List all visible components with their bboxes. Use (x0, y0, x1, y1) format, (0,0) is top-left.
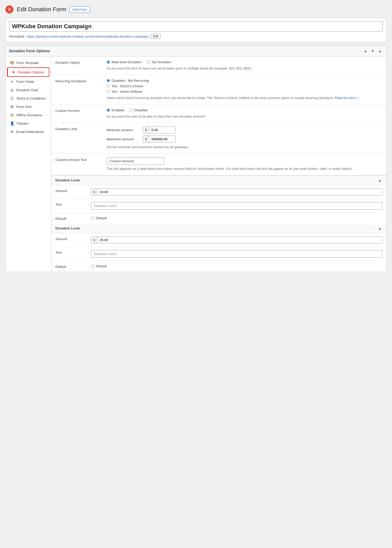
level-2-default-radio[interactable] (91, 264, 94, 268)
sidebar-item-form-grid[interactable]: ⊞ Form Grid (5, 102, 51, 111)
sidebar-item-donation-options[interactable]: ♥ Donation Options (7, 67, 49, 77)
donation-option-description: Do you want this form to have one set do… (107, 66, 382, 71)
sidebar-item-form-template[interactable]: 🎨 Form Template (5, 59, 51, 67)
level-1-currency: $ (91, 189, 97, 195)
donation-form-options-panel: Donation Form Options ▲ ▼ ▲ 🎨 Form Templ… (5, 45, 387, 272)
level-1-text-label: Text (55, 202, 87, 206)
donation-limit-description: Set the minimum and maximum amount for a… (107, 145, 382, 150)
recurring-donor-choice-radio[interactable] (107, 84, 110, 88)
main-content: Donation Option Multi-level Donation Set… (51, 56, 387, 272)
recurring-donor-choice-option[interactable]: Yes - Donor's Choice (107, 84, 382, 88)
sidebar-item-label: Offline Donations (16, 113, 42, 117)
options-header: Donation Form Options ▲ ▼ ▲ (5, 46, 387, 56)
level-2-default-radio-option[interactable]: Default (91, 264, 382, 268)
recurring-admin-defined-option[interactable]: Yes - Admin Defined (107, 90, 382, 94)
sidebar-item-tributes[interactable]: 👤 Tributes (5, 119, 51, 128)
donation-option-label: Donation Option (55, 60, 102, 71)
level-2-amount-row: Amount $ (51, 233, 387, 247)
max-currency-symbol: $ (143, 136, 149, 142)
level-1-collapse-button[interactable]: ▲ (377, 178, 382, 182)
level-2-text-content (91, 250, 382, 258)
level-1-amount-input[interactable] (97, 189, 124, 195)
donation-limit-row: Donation Limit Minimum amount $ Maximum … (51, 123, 387, 154)
custom-amount-text-label: Custom Amount Text (55, 157, 102, 171)
donation-level-1: Donation Level ▲ Amount $ (51, 176, 387, 224)
level-1-default-radio[interactable] (91, 216, 94, 220)
sidebar-item-label: Terms & Conditions (16, 96, 46, 100)
level-2-amount-wrap: $ (91, 236, 382, 244)
level-1-text-content (91, 202, 382, 210)
custom-amount-enabled-label: Enabled (112, 108, 124, 112)
recurring-disabled-option[interactable]: Disabled - Not Recurring (107, 79, 382, 83)
custom-amount-text-content: This text appears as a label below the c… (107, 157, 382, 171)
sidebar-item-terms-conditions[interactable]: ☑ Terms & Conditions (5, 94, 51, 102)
sidebar-item-offline-donations[interactable]: ⊟ Offline Donations (5, 111, 51, 119)
donation-level-section: Donation Level ▲ Amount $ (51, 175, 387, 272)
multi-level-label: Multi-level Donation (112, 60, 141, 64)
multi-level-option[interactable]: Multi-level Donation (107, 60, 141, 64)
level-2-collapse-button[interactable]: ▲ (377, 226, 382, 230)
donation-option-content: Multi-level Donation Set Donation Do you… (107, 60, 382, 71)
permalink-link[interactable]: https://givewp-review-wpkube.instawp.xyz… (27, 34, 149, 38)
level-1-default-label: Default (55, 216, 87, 221)
tributes-icon: 👤 (10, 121, 14, 125)
header-controls: ▲ ▼ ▲ (362, 48, 383, 54)
givewp-logo-icon: G (5, 5, 14, 14)
collapse-up-button[interactable]: ▲ (362, 48, 368, 54)
level-1-text-row: Text (51, 199, 387, 213)
donation-option-radios: Multi-level Donation Set Donation (107, 60, 382, 64)
set-donation-option[interactable]: Set Donation (147, 60, 171, 64)
permalink-edit-button[interactable]: Edit (151, 34, 161, 39)
level-1-title: Donation Level (55, 178, 80, 182)
form-name-input[interactable] (9, 21, 383, 32)
custom-amount-content: Enabled Disabled Do you want the user to… (107, 108, 382, 119)
sidebar-item-label: Donation Goal (16, 88, 38, 92)
sidebar-item-email-notifications[interactable]: ✉ Email Notifications (5, 128, 51, 136)
form-fields-icon: ≡ (10, 79, 14, 84)
sidebar-item-label: Form Template (16, 61, 39, 65)
set-donation-radio[interactable] (147, 60, 150, 64)
recurring-disabled-radio[interactable] (107, 79, 110, 82)
max-amount-row: Maximum amount $ (107, 136, 382, 143)
custom-amount-enabled-radio[interactable] (107, 108, 110, 112)
custom-amount-row: Custom Amount Enabled Disabled Do you wa… (51, 105, 387, 123)
level-1-amount-label: Amount (55, 188, 87, 193)
custom-amount-disabled-label: Disabled (134, 108, 148, 112)
min-amount-input-wrap: $ (143, 126, 176, 134)
level-1-controls: ▲ (377, 178, 382, 182)
sidebar-item-label: Email Notifications (16, 130, 44, 134)
sidebar-item-form-fields[interactable]: ≡ Form Fields (5, 77, 51, 86)
min-amount-input[interactable] (149, 127, 175, 133)
level-1-default-radio-option[interactable]: Default (91, 216, 382, 220)
level-2-default-content: Default (91, 264, 382, 268)
custom-amount-text-row: Custom Amount Text This text appears as … (51, 154, 387, 175)
level-1-text-input[interactable] (91, 202, 382, 210)
sidebar-item-label: Donation Options (18, 70, 44, 74)
multi-level-radio[interactable] (107, 60, 110, 64)
level-2-minus-button[interactable]: − (371, 226, 375, 230)
sidebar-item-donation-goal[interactable]: ◎ Donation Goal (5, 86, 51, 94)
custom-amount-text-input[interactable] (107, 157, 164, 165)
level-1-default-row: Default Default (51, 213, 387, 224)
recurring-docs-link[interactable]: Read the docs » (335, 96, 359, 100)
donation-limit-content: Minimum amount $ Maximum amount $ S (107, 126, 382, 150)
form-grid-icon: ⊞ (10, 105, 14, 109)
level-2-default-radio-label: Default (96, 264, 107, 268)
sidebar-item-label: Form Fields (16, 80, 34, 84)
level-2-amount-input[interactable] (97, 237, 124, 243)
custom-amount-enabled-option[interactable]: Enabled (107, 108, 124, 112)
custom-amount-disabled-radio[interactable] (129, 108, 133, 112)
recurring-description: Select which kind of recurring donation … (107, 96, 382, 101)
max-amount-input[interactable] (149, 136, 175, 142)
level-2-currency: $ (91, 237, 97, 243)
recurring-admin-defined-radio[interactable] (107, 90, 110, 93)
page-header: G Edit Donation Form Add Form (5, 5, 387, 14)
add-form-button[interactable]: Add Form (70, 6, 90, 13)
page-title: Edit Donation Form (17, 6, 66, 13)
custom-amount-disabled-option[interactable]: Disabled (129, 108, 148, 112)
custom-amount-text-description: This text appears as a label below the c… (107, 166, 382, 171)
email-notifications-icon: ✉ (10, 130, 14, 134)
collapse-left-button[interactable]: ▲ (377, 48, 383, 54)
collapse-down-button[interactable]: ▼ (370, 48, 376, 54)
level-2-text-input[interactable] (91, 250, 382, 258)
